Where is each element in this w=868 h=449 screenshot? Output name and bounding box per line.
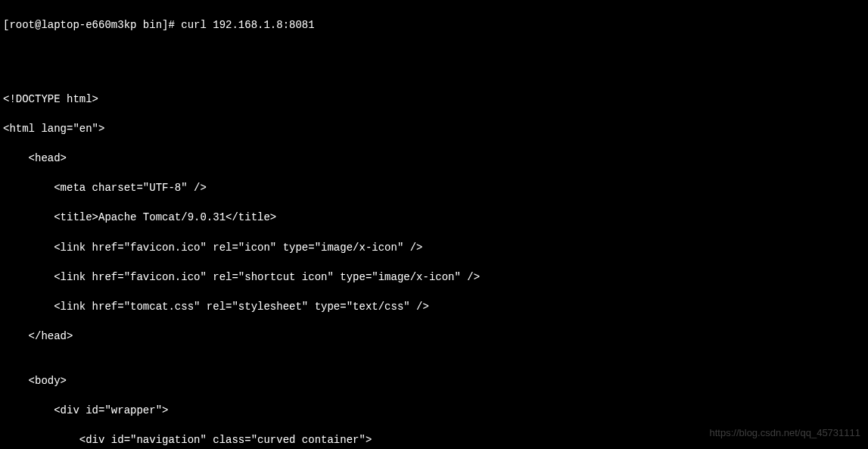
- watermark-text: https://blog.csdn.net/qq_45731111: [710, 426, 861, 440]
- terminal-line: <meta charset="UTF-8" />: [3, 181, 865, 196]
- terminal-line: <!DOCTYPE html>: [3, 92, 865, 108]
- terminal-line: <body>: [3, 374, 865, 389]
- terminal-line: </head>: [3, 329, 865, 345]
- terminal-line: <link href="favicon.ico" rel="shortcut i…: [3, 270, 865, 285]
- terminal-line: <head>: [3, 151, 865, 167]
- terminal-line: <link href="favicon.ico" rel="icon" type…: [3, 241, 865, 256]
- terminal-line: <div id="wrapper">: [3, 404, 865, 419]
- terminal-prompt-line: [root@laptop-e660m3kp bin]# curl 192.168…: [3, 18, 865, 33]
- terminal-line: <html lang="en">: [3, 122, 865, 137]
- terminal-output[interactable]: [root@laptop-e660m3kp bin]# curl 192.168…: [3, 3, 865, 449]
- terminal-line: <title>Apache Tomcat/9.0.31</title>: [3, 210, 865, 226]
- terminal-line: <link href="tomcat.css" rel="stylesheet"…: [3, 300, 865, 315]
